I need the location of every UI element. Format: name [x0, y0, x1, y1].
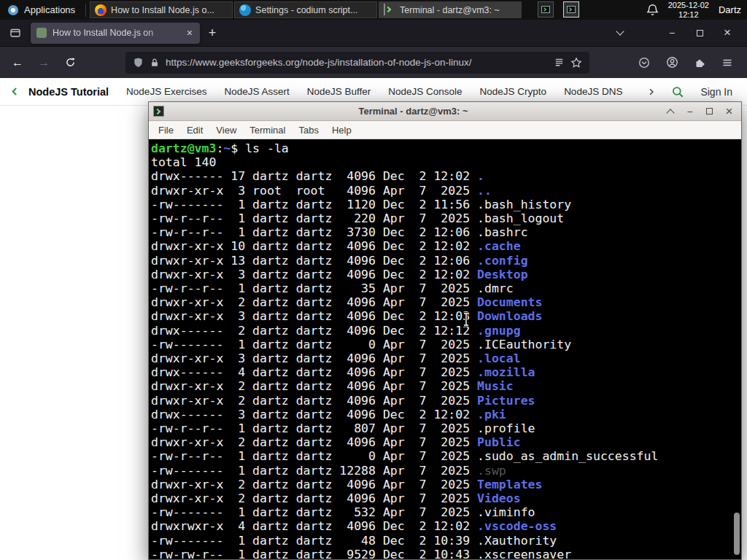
terminal-app-icon — [153, 106, 164, 117]
terminal-shade-button[interactable] — [662, 104, 678, 119]
nav-link[interactable]: NodeJS Buffer — [307, 86, 371, 97]
browser-tab-bar: How to Install Node.js on × + − × — [0, 20, 747, 47]
codium-icon — [239, 4, 251, 16]
url-bar[interactable]: https://www.geeksforgeeks.org/node-js/in… — [125, 52, 589, 74]
reader-mode-icon[interactable] — [554, 57, 565, 68]
terminal-close-button[interactable]: × — [721, 104, 737, 119]
extensions-button[interactable] — [689, 52, 711, 74]
hamburger-menu-icon — [721, 57, 733, 69]
tab-close-icon[interactable]: × — [185, 27, 194, 39]
terminal-line: -rw------- 1 dartz dartz 1120 Dec 2 11:5… — [151, 198, 741, 211]
back-button[interactable]: ← — [6, 51, 29, 74]
maximize-icon — [706, 108, 713, 114]
top-panel: Applications How to Install Node.js o...… — [0, 0, 747, 20]
terminal-line: drwx------ 3 dartz dartz 4096 Dec 2 12:0… — [151, 408, 741, 421]
user-menu[interactable]: Dartz — [719, 4, 741, 15]
firefox-icon — [95, 4, 107, 16]
terminal-line: drwxr-xr-x 10 dartz dartz 4096 Dec 2 12:… — [151, 239, 741, 253]
panel-clock[interactable]: 2025-12-02 12:12 — [668, 1, 709, 19]
nav-link[interactable]: NodeJS Exercises — [126, 86, 206, 97]
terminal-line: drwxr-xr-x 2 dartz dartz 4096 Apr 7 2025… — [151, 435, 741, 449]
tracking-shield-icon[interactable] — [133, 57, 144, 68]
search-icon[interactable] — [671, 85, 684, 98]
reload-button[interactable] — [58, 51, 82, 74]
nav-brand[interactable]: NodeJS Tutorial — [28, 86, 109, 98]
terminal-line: drwxr-xr-x 3 root root 4096 Apr 7 2025 .… — [151, 184, 741, 198]
tray-terminal-icon[interactable] — [538, 1, 554, 18]
terminal-scrollbar-thumb[interactable] — [734, 513, 740, 555]
menu-help[interactable]: Help — [325, 121, 358, 139]
taskbar-window-codium[interactable]: Settings - codium script... — [234, 1, 377, 18]
terminal-line: -rw------- 1 dartz dartz 12288 Apr 7 202… — [151, 464, 741, 478]
nav-link[interactable]: NodeJS Assert — [224, 86, 289, 97]
browser-toolbar: ← → https://www.geeksforgeeks.org/node-j… — [0, 47, 747, 78]
menu-terminal[interactable]: Terminal — [243, 121, 292, 139]
taskbar-title: How to Install Node.js o... — [111, 5, 214, 15]
window-maximize-button[interactable] — [690, 24, 709, 42]
terminal-output[interactable]: dartz@vm3:~$ ls -latotal 140drwx------ 1… — [149, 139, 741, 559]
terminal-menubar: File Edit View Terminal Tabs Help — [149, 121, 741, 139]
terminal-line: -rw------- 1 dartz dartz 0 Apr 7 2025 .I… — [151, 338, 741, 351]
applications-menu-button[interactable]: Applications — [0, 0, 82, 20]
terminal-icon — [384, 4, 385, 15]
terminal-glyph-icon — [541, 6, 550, 13]
terminal-maximize-button[interactable] — [702, 104, 717, 119]
nav-scroll-left-icon[interactable] — [10, 86, 20, 97]
nav-scroll-right-icon[interactable] — [647, 87, 655, 97]
lock-icon[interactable] — [150, 58, 160, 68]
forward-button[interactable]: → — [32, 51, 55, 74]
desktop: Applications How to Install Node.js o...… — [0, 0, 747, 560]
taskbar-window-terminal[interactable]: Terminal - dartz@vm3: ~ — [379, 1, 522, 18]
window-minimize-button[interactable]: − — [662, 24, 681, 42]
nav-link[interactable]: NodeJS Console — [388, 86, 462, 97]
tabbar-controls: − × — [611, 24, 743, 42]
menu-edit[interactable]: Edit — [180, 121, 209, 139]
nav-link[interactable]: NodeJS Crypto — [480, 86, 547, 97]
list-all-tabs-button[interactable] — [611, 24, 629, 42]
active-tab[interactable]: How to Install Node.js on × — [31, 23, 200, 44]
nav-link[interactable]: NodeJS DNS — [564, 86, 622, 97]
terminal-line: drwxr-xr-x 2 dartz dartz 4096 Apr 7 2025… — [151, 295, 741, 309]
terminal-line: drwxr-xr-x 13 dartz dartz 4096 Dec 2 12:… — [151, 254, 741, 268]
terminal-window: Terminal - dartz@vm3: ~ − × File Edit Vi… — [148, 101, 742, 560]
terminal-line: drwxrwxr-x 4 dartz dartz 4096 Dec 2 12:0… — [151, 519, 741, 533]
terminal-line: -rw-r--r-- 1 dartz dartz 807 Apr 7 2025 … — [151, 421, 741, 435]
terminal-line: drwx------ 17 dartz dartz 4096 Dec 2 12:… — [151, 169, 741, 183]
terminal-line: -rw------- 1 dartz dartz 532 Apr 7 2025 … — [151, 505, 741, 519]
clock-time: 12:12 — [668, 10, 709, 20]
terminal-title: Terminal - dartz@vm3: ~ — [169, 106, 658, 117]
notification-bell-icon[interactable] — [646, 4, 659, 16]
applications-label: Applications — [24, 4, 75, 15]
account-button[interactable] — [661, 52, 683, 74]
new-tab-button[interactable]: + — [203, 23, 222, 42]
firefox-view-icon — [9, 27, 21, 39]
terminal-line: -rw-r--r-- 1 dartz dartz 0 Apr 7 2025 .s… — [151, 449, 741, 463]
tab-title: How to Install Node.js on — [53, 28, 179, 38]
terminal-line: -rw-r--r-- 1 dartz dartz 35 Apr 7 2025 .… — [151, 281, 741, 295]
terminal-minimize-button[interactable]: − — [682, 104, 697, 119]
terminal-line: drwxr-xr-x 2 dartz dartz 4096 Apr 7 2025… — [151, 379, 741, 393]
bookmark-star-icon[interactable] — [570, 57, 582, 69]
reload-icon — [65, 57, 76, 68]
terminal-line: drwxr-xr-x 2 dartz dartz 4096 Apr 7 2025… — [151, 394, 741, 408]
window-close-button[interactable]: × — [718, 24, 737, 42]
menu-tabs[interactable]: Tabs — [292, 121, 325, 139]
menu-file[interactable]: File — [152, 121, 180, 139]
terminal-titlebar[interactable]: Terminal - dartz@vm3: ~ − × — [149, 102, 741, 121]
taskbar-title: Settings - codium script... — [255, 5, 357, 15]
pocket-button[interactable] — [633, 52, 655, 74]
firefox-view-button[interactable] — [6, 23, 25, 42]
taskbar-title: Terminal - dartz@vm3: ~ — [400, 5, 500, 15]
terminal-line: drwxr-xr-x 3 dartz dartz 4096 Dec 2 12:0… — [151, 268, 741, 281]
terminal-line: total 140 — [151, 155, 741, 169]
menu-button[interactable] — [716, 52, 738, 74]
sign-in-button[interactable]: Sign In — [700, 86, 732, 98]
terminal-lines: dartz@vm3:~$ ls -latotal 140drwx------ 1… — [151, 141, 741, 559]
menu-view[interactable]: View — [209, 121, 243, 139]
taskbar-window-browser[interactable]: How to Install Node.js o... — [90, 1, 233, 18]
chevron-down-icon — [616, 27, 624, 35]
toolbar-right-icons — [633, 52, 741, 74]
chevron-up-icon — [666, 109, 674, 117]
tray-terminal-icon-selected[interactable] — [563, 1, 579, 18]
pocket-icon — [638, 57, 650, 69]
